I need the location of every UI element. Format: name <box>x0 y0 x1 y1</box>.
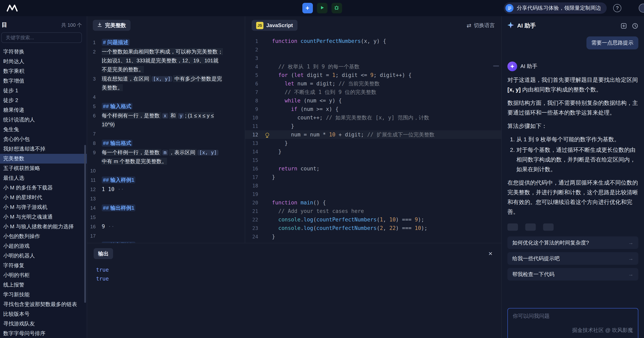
sidebar-title: 目 <box>2 21 7 29</box>
sidebar-item[interactable]: 我好想逃却逃不掉 <box>0 144 87 154</box>
ai-suggestions: 如何优化这个算法的时间复杂度?→给我一些代码提示吧→帮我检查一下代码→ <box>508 236 638 284</box>
run-button[interactable] <box>317 3 327 13</box>
problem-header: 完美整数 <box>87 16 245 34</box>
sidebar-item[interactable]: 数字字母问号排序 <box>0 329 87 338</box>
code-line[interactable]: 8 while (num <= y) { <box>245 96 501 105</box>
promo-banner[interactable]: 分享代码练习体验，领限量定制周边 <box>504 2 607 14</box>
code-line[interactable]: 12 num = num * 10 + digit; // 扩展生成下一位完美整… <box>245 130 501 139</box>
sidebar-item[interactable]: 统计说谎的人 <box>0 115 87 125</box>
code-line[interactable]: 11 } <box>245 122 501 130</box>
code-line[interactable]: 16 return count; <box>245 164 501 173</box>
announcement-icon <box>506 4 514 12</box>
sidebar-item[interactable]: 小 M 的多任务下载器 <box>0 183 87 193</box>
problem-line: 11## 输入样例1 <box>87 176 241 184</box>
sidebar-item[interactable]: 徒步 2 <box>0 96 87 105</box>
problem-line: 8## 输出格式 <box>87 139 241 148</box>
sidebar-item[interactable]: 小明的机器人 <box>0 251 87 261</box>
user-avatar[interactable] <box>639 4 644 12</box>
sidebar-item[interactable]: 五子棋获胜策略 <box>0 164 87 173</box>
code-line[interactable]: 9 if (num >= x) { <box>245 105 501 113</box>
problem-line: 14## 输出样例1 <box>87 204 241 212</box>
plus-icon: + <box>306 5 310 11</box>
watermark-text: 掘金技术社区 @ 吹风影魔 <box>572 327 633 334</box>
help-icon[interactable]: ? <box>613 4 621 12</box>
sidebar-item[interactable]: 糖果传递 <box>0 105 87 115</box>
sidebar: 目 共 100 个 字符替换时尚达人数字乘积数字增值徒步 1徒步 2糖果传递统计… <box>0 16 87 338</box>
sidebar-item[interactable]: 小 M 与狼人拯救者的能力选择 <box>0 222 87 232</box>
promo-banner-text: 分享代码练习体验，领限量定制周边 <box>517 4 601 12</box>
code-line[interactable]: 3 <box>245 54 501 62</box>
sidebar-item[interactable]: 小 M 与光明之魂速通 <box>0 212 87 222</box>
sidebar-item[interactable]: 学习新技能 <box>0 290 87 300</box>
problem-line: 121 10 ·· <box>87 185 241 194</box>
code-line[interactable]: 5 for (let digit = 1; digit <= 9; digit+… <box>245 71 501 79</box>
sidebar-item[interactable]: 贪心的小包 <box>0 134 87 144</box>
ai-paragraph: 数据结构方面，我们不需要特别复杂的数据结构，主要通过循环和一些基本的数学运算来处… <box>508 98 638 117</box>
sidebar-item[interactable]: 小 M 的星球时代 <box>0 193 87 202</box>
sidebar-item[interactable]: 小包的数列操作 <box>0 232 87 241</box>
code-line[interactable]: 23 console.log(countPerfectNumbers(2, 22… <box>245 224 501 232</box>
lightbulb-icon[interactable] <box>265 133 269 136</box>
code-line[interactable]: 7 // 不断生成 1 位到 9 位的完美整数 <box>245 88 501 96</box>
sidebar-list: 字符替换时尚达人数字乘积数字增值徒步 1徒步 2糖果传递统计说谎的人兔生兔贪心的… <box>0 46 87 338</box>
sidebar-item[interactable]: 完美整数 <box>0 154 87 164</box>
output-header: 输出 × <box>94 248 495 259</box>
sidebar-item[interactable]: 数字乘积 <box>0 66 87 76</box>
code-line[interactable]: 1function countPerfectNumbers(x, y) { <box>245 37 501 45</box>
sidebar-item[interactable]: 寻找游戏队友 <box>0 319 87 329</box>
code-line[interactable]: 2 <box>245 45 501 54</box>
ai-input[interactable]: 你可以问我问题 掘金技术社区 @ 吹风影魔 <box>508 308 638 338</box>
switch-language-label: 切换语言 <box>474 22 495 29</box>
sidebar-scrollbar[interactable] <box>84 145 86 303</box>
problem-line: 17 <box>87 232 241 240</box>
code-line[interactable]: 15 <box>245 156 501 164</box>
sidebar-item[interactable]: 线上报警 <box>0 280 87 290</box>
sidebar-item[interactable]: 字符替换 <box>0 47 87 57</box>
javascript-icon: JS <box>256 22 264 29</box>
code-line[interactable]: 18 <box>245 181 501 190</box>
code-line[interactable]: 6 let num = digit; // 当前完美整数 <box>245 79 501 88</box>
sidebar-item[interactable]: 小明的书柜 <box>0 270 87 280</box>
search-input[interactable] <box>1 32 82 43</box>
code-line[interactable]: 17} <box>245 173 501 181</box>
sidebar-item[interactable]: 时尚达人 <box>0 57 87 66</box>
problem-title-pill[interactable]: 完美整数 <box>93 20 130 31</box>
sidebar-item[interactable]: 小 M 与弹子游戏机 <box>0 202 87 212</box>
new-chat-icon[interactable] <box>620 23 627 29</box>
sidebar-item[interactable]: 寻找包含斐波那契数最多的链表 <box>0 300 87 309</box>
history-icon[interactable] <box>632 23 638 29</box>
code-line[interactable]: 14 } <box>245 147 501 156</box>
ai-panel-title: AI 助手 <box>517 22 536 29</box>
code-line[interactable]: 21 // Add your test cases here <box>245 207 501 215</box>
switch-language-button[interactable]: 切换语言 <box>467 22 495 29</box>
sidebar-item[interactable]: 比较版本号 <box>0 309 87 319</box>
debug-button[interactable] <box>331 3 342 13</box>
output-title-pill[interactable]: 输出 <box>94 248 113 259</box>
sidebar-item[interactable]: 数字增值 <box>0 76 87 86</box>
sidebar-item[interactable]: 小超的游戏 <box>0 241 87 251</box>
action-placeholder <box>508 223 518 231</box>
sidebar-item[interactable]: 最佳人选 <box>0 173 87 183</box>
code-line[interactable]: 22 console.log(countPerfectNumbers(1, 10… <box>245 215 501 224</box>
code-line[interactable]: 19 <box>245 190 501 198</box>
sidebar-item[interactable]: 兔生兔 <box>0 125 87 134</box>
code-lines[interactable]: 1function countPerfectNumbers(x, y) {234… <box>245 34 501 243</box>
sidebar-item[interactable]: 字符修复 <box>0 261 87 270</box>
code-line[interactable]: 10 count++; // 如果完美整数在 [x, y] 范围内，计数 <box>245 113 501 122</box>
ai-paragraph: 算法步骤如下： <box>508 121 638 131</box>
code-line[interactable]: 24} <box>245 232 501 241</box>
sparkle-icon <box>508 22 514 30</box>
suggestion-chip[interactable]: 给我一些代码提示吧→ <box>508 252 638 265</box>
code-line[interactable]: 20function main() { <box>245 198 501 207</box>
language-pill[interactable]: JS JavaScript <box>252 20 298 31</box>
output-lines: truetrue <box>94 266 495 283</box>
suggestion-chip[interactable]: 帮我检查一下代码→ <box>508 268 638 281</box>
close-icon[interactable]: × <box>486 250 495 257</box>
code-line[interactable]: 13 } <box>245 139 501 147</box>
sidebar-item[interactable]: 徒步 1 <box>0 86 87 96</box>
add-button[interactable]: + <box>302 3 313 13</box>
suggestion-chip[interactable]: 如何优化这个算法的时间复杂度?→ <box>508 236 638 249</box>
problem-line: 5## 输入格式 <box>87 102 241 111</box>
code-line[interactable]: 4 // 枚举从 1 到 9 的每一个基数 <box>245 62 501 71</box>
play-icon <box>320 4 324 12</box>
